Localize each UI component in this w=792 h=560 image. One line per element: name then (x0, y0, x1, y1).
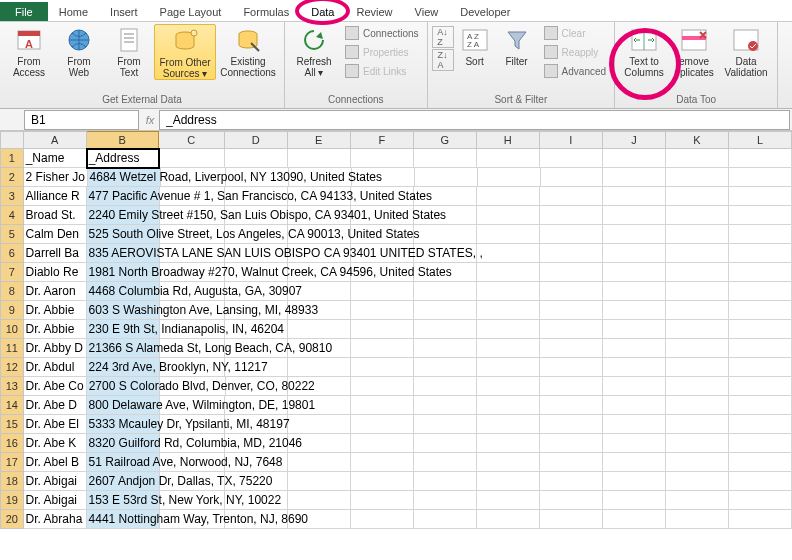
text-to-columns-button[interactable]: Text toColumns (619, 24, 669, 78)
cell[interactable] (603, 282, 666, 301)
tab-review[interactable]: Review (345, 2, 403, 21)
cell[interactable]: 2607 Andjon Dr, Dallas, TX, 75220 (87, 472, 160, 491)
cell[interactable]: 5333 Mcauley Dr, Ypsilanti, MI, 48197 (87, 415, 160, 434)
cell[interactable] (414, 396, 477, 415)
cell[interactable] (666, 187, 729, 206)
row-header[interactable]: 14 (0, 396, 24, 415)
column-header-E[interactable]: E (288, 131, 351, 149)
cell[interactable]: _Name (24, 149, 87, 168)
cell[interactable] (288, 358, 351, 377)
name-box[interactable] (24, 110, 139, 130)
cell[interactable] (729, 491, 792, 510)
cell[interactable]: 835 AEROVISTA LANE SAN LUIS OBISPO CA 93… (87, 244, 160, 263)
cell[interactable] (540, 434, 603, 453)
cell[interactable] (351, 491, 414, 510)
cell[interactable] (414, 149, 477, 168)
cell[interactable] (414, 320, 477, 339)
row-header[interactable]: 13 (0, 377, 24, 396)
cell[interactable]: Dr. Aaron (24, 282, 87, 301)
cell[interactable] (666, 510, 729, 529)
cell[interactable] (603, 301, 666, 320)
from-other-sources-button[interactable]: From OtherSources ▾ (154, 24, 216, 80)
cell[interactable] (414, 415, 477, 434)
cell[interactable] (540, 377, 603, 396)
cell[interactable] (666, 415, 729, 434)
cell[interactable] (729, 168, 792, 187)
cell[interactable] (666, 320, 729, 339)
cell[interactable] (414, 453, 477, 472)
cell[interactable]: 2 Fisher Jo (24, 168, 88, 187)
cell[interactable] (540, 415, 603, 434)
cell[interactable] (477, 377, 540, 396)
cell[interactable] (477, 434, 540, 453)
cell[interactable] (414, 225, 477, 244)
cell[interactable] (666, 282, 729, 301)
row-header[interactable]: 8 (0, 282, 24, 301)
cell[interactable] (540, 225, 603, 244)
column-header-J[interactable]: J (603, 131, 666, 149)
cell[interactable] (666, 206, 729, 225)
row-header[interactable]: 19 (0, 491, 24, 510)
cell[interactable]: 4684 Wetzel Road, Liverpool, NY 13090, U… (88, 168, 161, 187)
cell[interactable] (603, 339, 666, 358)
cell[interactable] (477, 263, 540, 282)
cell[interactable]: 1981 North Broadway #270, Walnut Creek, … (87, 263, 160, 282)
cell[interactable] (603, 491, 666, 510)
cell[interactable]: _Address (87, 149, 159, 168)
cell[interactable] (603, 149, 666, 168)
cell[interactable] (603, 510, 666, 529)
cell[interactable] (478, 168, 541, 187)
row-header[interactable]: 3 (0, 187, 24, 206)
cell[interactable] (351, 396, 414, 415)
cell[interactable] (729, 339, 792, 358)
select-all-corner[interactable] (0, 131, 24, 149)
cell[interactable] (729, 206, 792, 225)
tab-file[interactable]: File (0, 2, 48, 21)
cell[interactable] (666, 434, 729, 453)
cell[interactable] (477, 244, 540, 263)
cell[interactable] (729, 244, 792, 263)
cell[interactable] (288, 472, 351, 491)
cell[interactable] (477, 187, 540, 206)
column-header-A[interactable]: A (24, 131, 87, 149)
cell[interactable] (351, 149, 414, 168)
cell[interactable] (351, 339, 414, 358)
cell[interactable] (666, 301, 729, 320)
properties-button[interactable]: Properties (341, 43, 423, 61)
cell[interactable] (729, 358, 792, 377)
row-header[interactable]: 11 (0, 339, 24, 358)
row-header[interactable]: 7 (0, 263, 24, 282)
cell[interactable]: Dr. Abe El (24, 415, 87, 434)
cell[interactable] (666, 472, 729, 491)
cell[interactable] (225, 149, 288, 168)
cell[interactable] (666, 149, 729, 168)
cell[interactable]: 477 Pacific Avenue # 1, San Francisco, C… (87, 187, 160, 206)
from-access-button[interactable]: A FromAccess (4, 24, 54, 78)
cell[interactable]: Dr. Abby D (24, 339, 87, 358)
cell[interactable]: Broad St. (24, 206, 87, 225)
row-header[interactable]: 15 (0, 415, 24, 434)
filter-button[interactable]: Filter (496, 24, 538, 67)
cell[interactable]: Dr. Abe K (24, 434, 87, 453)
tab-insert[interactable]: Insert (99, 2, 149, 21)
cell[interactable]: Dr. Abbie (24, 320, 87, 339)
cell[interactable]: 153 E 53rd St, New York, NY, 10022 (87, 491, 160, 510)
cell[interactable] (666, 377, 729, 396)
cell[interactable] (540, 263, 603, 282)
sort-asc-button[interactable]: A↓Z (432, 26, 454, 48)
cell[interactable] (414, 377, 477, 396)
cell[interactable]: 4468 Columbia Rd, Augusta, GA, 30907 (87, 282, 160, 301)
remove-duplicates-button[interactable]: emoveuplicates (669, 24, 719, 78)
cell[interactable] (351, 282, 414, 301)
row-header[interactable]: 5 (0, 225, 24, 244)
row-header[interactable]: 9 (0, 301, 24, 320)
from-text-button[interactable]: FromText (104, 24, 154, 78)
cell[interactable] (666, 339, 729, 358)
cell[interactable] (351, 434, 414, 453)
column-header-G[interactable]: G (414, 131, 477, 149)
cell[interactable] (666, 263, 729, 282)
cell[interactable] (603, 358, 666, 377)
reapply-button[interactable]: Reapply (540, 43, 610, 61)
advanced-button[interactable]: Advanced (540, 62, 610, 80)
cell[interactable] (477, 282, 540, 301)
